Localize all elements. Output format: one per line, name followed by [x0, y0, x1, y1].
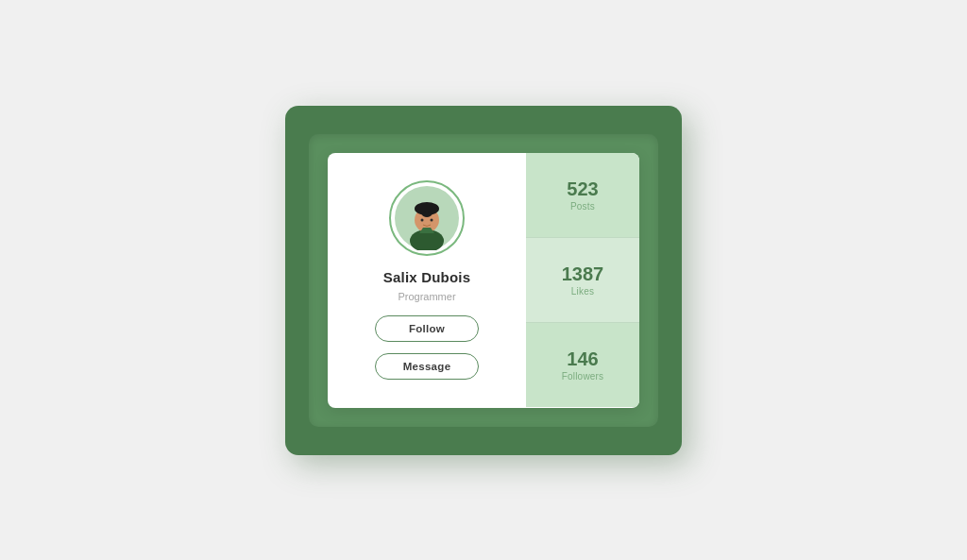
user-title: Programmer: [398, 291, 455, 302]
right-panel: 523 Posts 1387 Likes 146 Followers: [526, 153, 639, 408]
likes-count: 1387: [562, 263, 604, 284]
stat-followers: 146 Followers: [526, 323, 639, 407]
svg-point-7: [431, 219, 433, 222]
svg-point-5: [422, 212, 432, 217]
left-panel: Salix Dubois Programmer Follow Message: [328, 153, 526, 408]
followers-label: Followers: [562, 371, 604, 382]
stat-likes: 1387 Likes: [526, 237, 639, 323]
likes-label: Likes: [571, 286, 594, 297]
avatar-ring: [389, 180, 465, 256]
user-name: Salix Dubois: [383, 269, 470, 285]
message-button[interactable]: Message: [375, 353, 479, 380]
avatar-icon: [395, 186, 459, 250]
outer-card-shadow: Salix Dubois Programmer Follow Message 5…: [285, 106, 682, 455]
posts-count: 523: [567, 178, 598, 199]
profile-card: Salix Dubois Programmer Follow Message 5…: [328, 153, 639, 408]
svg-point-6: [421, 219, 424, 222]
inner-card-wrapper: Salix Dubois Programmer Follow Message 5…: [309, 134, 658, 427]
posts-label: Posts: [570, 201, 595, 212]
follow-button[interactable]: Follow: [375, 315, 479, 342]
stat-posts: 523 Posts: [526, 153, 639, 237]
followers-count: 146: [567, 348, 598, 369]
